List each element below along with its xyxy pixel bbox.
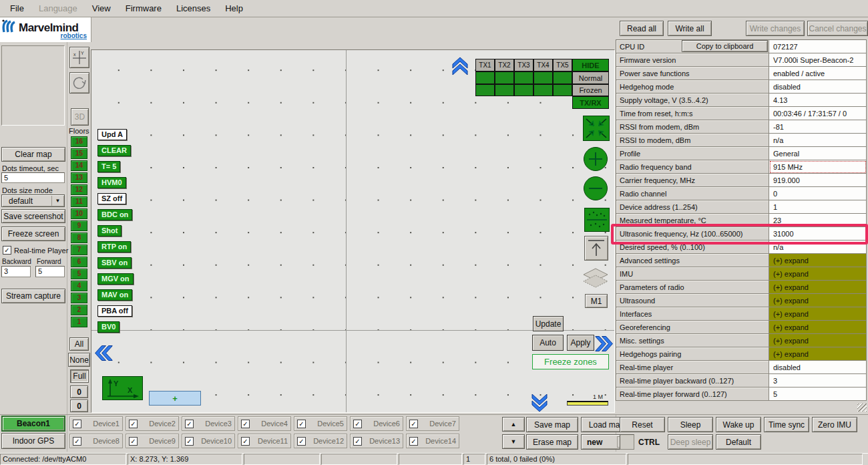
tab-beacon1[interactable]: Beacon1 xyxy=(1,416,65,432)
map-button-hvm0[interactable]: HVM0 xyxy=(97,177,126,188)
floor-button-2[interactable]: 2 xyxy=(71,305,87,315)
auto-button[interactable]: Auto xyxy=(532,335,564,351)
param-value-carrier-frequency-mhz[interactable]: 919.000 xyxy=(769,174,867,187)
param-value-real-time-player-backward-0-127[interactable]: 3 xyxy=(769,374,867,388)
map-button-shot[interactable]: Shot xyxy=(97,225,122,237)
checkbox-icon[interactable]: ✓ xyxy=(3,246,11,255)
device-toggle-device7[interactable]: ✓Device7 xyxy=(406,416,459,431)
write-all-button[interactable]: Write all xyxy=(668,21,712,36)
param-value-firmware-version[interactable]: V7.000i Super-Beacon-2 xyxy=(769,53,867,67)
param-value-real-time-player[interactable]: disabled xyxy=(769,361,867,374)
reset-button[interactable]: Reset xyxy=(620,417,665,432)
tx-cell[interactable] xyxy=(553,84,572,96)
device-toggle-device9[interactable]: ✓Device9 xyxy=(126,434,179,448)
map-button-pba-off[interactable]: PBA off xyxy=(97,305,132,317)
checkbox-icon[interactable]: ✓ xyxy=(73,437,81,446)
map-button-mgv-on[interactable]: MGV on xyxy=(97,273,134,285)
dots-size-select[interactable]: default ▼ xyxy=(1,194,65,207)
param-expand-parameters-of-radio[interactable]: (+) expand xyxy=(769,281,867,294)
param-value-supply-voltage-v-3-5-4-2[interactable]: 4.13 xyxy=(769,94,867,107)
floor-button-6[interactable]: 6 xyxy=(71,257,87,267)
floors-all-button[interactable]: All xyxy=(69,337,89,351)
floor-button-3[interactable]: 3 xyxy=(71,293,87,303)
menu-item-help[interactable]: Help xyxy=(218,1,250,16)
tx-cell[interactable] xyxy=(475,71,495,84)
ctrl-checkbox[interactable] xyxy=(620,434,634,450)
device-toggle-device10[interactable]: ✓Device10 xyxy=(182,434,235,448)
device-toggle-device4[interactable]: ✓Device4 xyxy=(238,416,291,431)
param-value-measured-temperature-c[interactable]: 23 xyxy=(769,214,867,227)
floor-button-16[interactable]: 16 xyxy=(71,136,87,147)
device-toggle-device11[interactable]: ✓Device11 xyxy=(238,434,291,448)
save-map-button[interactable]: Save map xyxy=(526,417,578,432)
device-toggle-device8[interactable]: ✓Device8 xyxy=(69,434,123,448)
floor-button-9[interactable]: 9 xyxy=(71,220,87,231)
floor-button-12[interactable]: 12 xyxy=(71,184,87,195)
param-expand-advanced-settings[interactable]: (+) expand xyxy=(769,254,867,267)
param-value-radio-frequency-band[interactable]: 915 MHz xyxy=(769,160,867,174)
dots-timeout-input[interactable]: 5 xyxy=(1,172,65,183)
checkbox-icon[interactable]: ✓ xyxy=(129,437,138,446)
update-button[interactable]: Update xyxy=(533,316,564,331)
floor-button-7[interactable]: 7 xyxy=(71,245,87,255)
device-toggle-device6[interactable]: ✓Device6 xyxy=(350,416,403,431)
menu-item-firmware[interactable]: Firmware xyxy=(118,1,169,16)
tab-indoor-gps[interactable]: Indoor GPS xyxy=(1,433,65,449)
floor-button-1[interactable]: 1 xyxy=(71,317,87,327)
param-value-radio-channel[interactable]: 0 xyxy=(769,187,867,200)
3d-view-button[interactable]: 3D xyxy=(71,108,89,126)
tx-cell[interactable] xyxy=(495,84,514,96)
menu-item-file[interactable]: File xyxy=(3,1,31,16)
pan-down-icon[interactable] xyxy=(531,392,548,413)
menu-item-licenses[interactable]: Licenses xyxy=(169,1,218,16)
map-canvas[interactable]: TX1TX2TX3TX4TX5HIDENormalFrozenTX/RX Upd… xyxy=(91,49,615,413)
rotate-view-button[interactable] xyxy=(69,72,89,94)
fit-view-icon[interactable] xyxy=(583,116,610,141)
tx-txrx-button[interactable]: TX/RX xyxy=(572,96,609,109)
m1-submap-button[interactable]: M1 xyxy=(585,294,608,308)
zoom-in-icon[interactable] xyxy=(584,147,608,171)
default-button[interactable]: Default xyxy=(716,434,761,450)
param-value-profile[interactable]: General xyxy=(769,147,867,160)
param-value-real-time-player-forward-0-127[interactable]: 5 xyxy=(769,388,867,401)
device-toggle-device1[interactable]: ✓Device1 xyxy=(69,416,123,431)
zero-imu-button[interactable]: Zero IMU xyxy=(812,417,857,432)
freeze-zones-button[interactable]: Freeze zones xyxy=(532,354,609,369)
device-toggle-device5[interactable]: ✓Device5 xyxy=(294,416,347,431)
read-all-button[interactable]: Read all xyxy=(620,21,664,36)
floor-button-15[interactable]: 15 xyxy=(71,148,87,159)
tx-cell[interactable] xyxy=(553,71,572,84)
param-expand-georeferencing[interactable]: (+) expand xyxy=(769,321,867,334)
floor-button-10[interactable]: 10 xyxy=(71,208,87,219)
checkbox-icon[interactable]: ✓ xyxy=(185,437,194,446)
menu-item-view[interactable]: View xyxy=(85,1,118,16)
floors-none-button[interactable]: None xyxy=(68,353,90,367)
param-expand-misc-settings[interactable]: (+) expand xyxy=(769,334,867,347)
floor-button-13[interactable]: 13 xyxy=(71,172,87,183)
zoom-out-icon[interactable] xyxy=(584,176,608,200)
backward-input[interactable]: 3 xyxy=(1,266,31,277)
param-expand-imu[interactable]: (+) expand xyxy=(769,267,867,281)
map-button-sz-off[interactable]: SZ off xyxy=(97,193,126,204)
freeze-screen-button[interactable]: Freeze screen xyxy=(1,226,65,241)
deep-sleep-button[interactable]: Deep sleep xyxy=(668,434,713,450)
tx-cell[interactable] xyxy=(514,84,533,96)
upload-z-icon[interactable] xyxy=(584,236,608,261)
wake-up-button[interactable]: Wake up xyxy=(716,417,761,432)
param-value-time-from-reset-h-m-s[interactable]: 00:03:46 / 17:31:57 / 0 xyxy=(769,107,867,120)
chevron-down-icon[interactable]: ▼ xyxy=(51,196,63,206)
device-scroll-down-button[interactable]: ▼ xyxy=(502,434,525,449)
map-button-t-5[interactable]: T= 5 xyxy=(97,161,120,172)
param-expand-ultrasound[interactable]: (+) expand xyxy=(769,294,867,307)
param-value-device-address-1-254[interactable]: 1 xyxy=(769,200,867,214)
tx-cell[interactable] xyxy=(533,71,553,84)
floors-full-button[interactable]: Full xyxy=(70,369,89,383)
device-toggle-device3[interactable]: ✓Device3 xyxy=(182,416,235,431)
device-toggle-device2[interactable]: ✓Device2 xyxy=(126,416,179,431)
copy-to-clipboard-button[interactable]: Copy to clipboard xyxy=(682,40,768,52)
param-value-power-save-functions[interactable]: enabled / active xyxy=(769,67,867,80)
checkbox-icon[interactable]: ✓ xyxy=(241,420,250,428)
checkbox-icon[interactable]: ✓ xyxy=(185,420,194,428)
map-button-bv0[interactable]: BV0 xyxy=(97,321,120,333)
floor-button-14[interactable]: 14 xyxy=(71,160,87,171)
